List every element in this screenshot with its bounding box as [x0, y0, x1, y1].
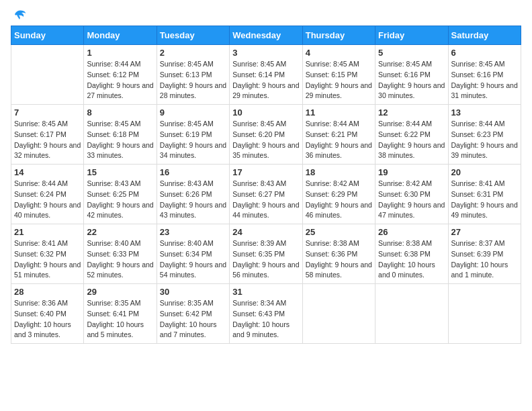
- calendar-table: SundayMondayTuesdayWednesdayThursdayFrid…: [11, 26, 521, 344]
- calendar-cell: 18 Sunrise: 8:42 AM Sunset: 6:29 PM Dayl…: [302, 165, 375, 224]
- day-number: 23: [160, 227, 226, 237]
- sunset-text: Sunset: 6:22 PM: [378, 130, 431, 138]
- day-number: 4: [306, 48, 372, 58]
- calendar-week-row: 21 Sunrise: 8:41 AM Sunset: 6:32 PM Dayl…: [11, 224, 521, 284]
- daylight-text: Daylight: 9 hours and 38 minutes.: [378, 141, 445, 160]
- daylight-text: Daylight: 9 hours and 56 minutes.: [232, 261, 299, 279]
- day-number: 22: [87, 227, 153, 237]
- calendar-cell: 1 Sunrise: 8:44 AM Sunset: 6:12 PM Dayli…: [84, 45, 157, 105]
- day-number: 14: [14, 167, 81, 177]
- sunset-text: Sunset: 6:42 PM: [160, 310, 212, 318]
- day-info: Sunrise: 8:38 AM Sunset: 6:36 PM Dayligh…: [306, 238, 372, 281]
- day-number: 29: [87, 287, 153, 297]
- daylight-text: Daylight: 9 hours and 40 minutes.: [14, 201, 81, 220]
- day-number: 13: [451, 107, 518, 118]
- calendar-cell: 8 Sunrise: 8:45 AM Sunset: 6:18 PM Dayli…: [84, 105, 157, 165]
- sunset-text: Sunset: 6:15 PM: [306, 71, 358, 79]
- sunset-text: Sunset: 6:18 PM: [87, 130, 139, 138]
- calendar-cell: 12 Sunrise: 8:44 AM Sunset: 6:22 PM Dayl…: [375, 105, 448, 165]
- calendar-cell: 11 Sunrise: 8:44 AM Sunset: 6:21 PM Dayl…: [302, 105, 375, 165]
- logo-bird-icon: [12, 8, 27, 20]
- day-info: Sunrise: 8:44 AM Sunset: 6:23 PM Dayligh…: [451, 119, 518, 161]
- daylight-text: Daylight: 10 hours and 9 minutes.: [232, 320, 290, 339]
- sunrise-text: Sunrise: 8:45 AM: [160, 60, 214, 68]
- calendar-cell: 13 Sunrise: 8:44 AM Sunset: 6:23 PM Dayl…: [448, 105, 521, 165]
- daylight-text: Daylight: 10 hours and 0 minutes.: [378, 261, 435, 279]
- sunrise-text: Sunrise: 8:43 AM: [232, 179, 286, 187]
- sunrise-text: Sunrise: 8:35 AM: [87, 299, 140, 307]
- day-info: Sunrise: 8:36 AM Sunset: 6:40 PM Dayligh…: [14, 298, 81, 340]
- daylight-text: Daylight: 9 hours and 47 minutes.: [378, 201, 445, 220]
- day-number: 2: [160, 48, 226, 58]
- logo: [11, 11, 27, 20]
- daylight-text: Daylight: 9 hours and 46 minutes.: [306, 201, 372, 220]
- daylight-text: Daylight: 9 hours and 28 minutes.: [160, 81, 226, 100]
- sunrise-text: Sunrise: 8:45 AM: [87, 120, 140, 128]
- day-info: Sunrise: 8:44 AM Sunset: 6:22 PM Dayligh…: [378, 119, 445, 161]
- sunset-text: Sunset: 6:31 PM: [451, 190, 504, 198]
- calendar-cell: 5 Sunrise: 8:45 AM Sunset: 6:16 PM Dayli…: [375, 45, 448, 105]
- daylight-text: Daylight: 9 hours and 35 minutes.: [232, 141, 299, 160]
- sunset-text: Sunset: 6:41 PM: [87, 310, 139, 318]
- day-info: Sunrise: 8:45 AM Sunset: 6:15 PM Dayligh…: [306, 59, 372, 101]
- day-info: Sunrise: 8:45 AM Sunset: 6:13 PM Dayligh…: [160, 59, 226, 101]
- sunset-text: Sunset: 6:20 PM: [232, 130, 285, 138]
- sunrise-text: Sunrise: 8:44 AM: [14, 179, 68, 187]
- calendar-cell: 21 Sunrise: 8:41 AM Sunset: 6:32 PM Dayl…: [11, 224, 84, 284]
- calendar-cell: 10 Sunrise: 8:45 AM Sunset: 6:20 PM Dayl…: [230, 105, 302, 165]
- day-number: 9: [160, 107, 226, 118]
- sunrise-text: Sunrise: 8:45 AM: [451, 60, 505, 68]
- daylight-text: Daylight: 10 hours and 7 minutes.: [160, 320, 217, 339]
- sunset-text: Sunset: 6:32 PM: [14, 250, 66, 258]
- sunset-text: Sunset: 6:43 PM: [232, 310, 285, 318]
- day-info: Sunrise: 8:35 AM Sunset: 6:41 PM Dayligh…: [87, 298, 153, 340]
- sunrise-text: Sunrise: 8:45 AM: [160, 120, 214, 128]
- daylight-text: Daylight: 9 hours and 27 minutes.: [87, 81, 153, 100]
- calendar-cell: 9 Sunrise: 8:45 AM Sunset: 6:19 PM Dayli…: [157, 105, 229, 165]
- sunset-text: Sunset: 6:38 PM: [378, 250, 431, 258]
- day-number: 8: [87, 107, 153, 118]
- day-number: 18: [306, 167, 372, 177]
- daylight-text: Daylight: 9 hours and 39 minutes.: [451, 141, 518, 160]
- day-info: Sunrise: 8:44 AM Sunset: 6:12 PM Dayligh…: [87, 59, 153, 101]
- day-info: Sunrise: 8:37 AM Sunset: 6:39 PM Dayligh…: [451, 238, 518, 281]
- daylight-text: Daylight: 10 hours and 5 minutes.: [87, 320, 144, 339]
- daylight-text: Daylight: 10 hours and 1 minute.: [451, 261, 508, 279]
- day-number: 15: [87, 167, 153, 177]
- sunrise-text: Sunrise: 8:44 AM: [87, 60, 140, 68]
- day-info: Sunrise: 8:45 AM Sunset: 6:16 PM Dayligh…: [451, 59, 518, 101]
- sunrise-text: Sunrise: 8:38 AM: [306, 239, 359, 247]
- day-info: Sunrise: 8:44 AM Sunset: 6:21 PM Dayligh…: [306, 119, 372, 161]
- calendar-cell: 2 Sunrise: 8:45 AM Sunset: 6:13 PM Dayli…: [157, 45, 229, 105]
- day-number: 21: [14, 227, 81, 237]
- day-number: 31: [232, 287, 299, 297]
- daylight-text: Daylight: 9 hours and 49 minutes.: [451, 201, 518, 220]
- day-number: 17: [232, 167, 299, 177]
- sunset-text: Sunset: 6:16 PM: [378, 71, 431, 79]
- sunset-text: Sunset: 6:13 PM: [160, 71, 212, 79]
- day-info: Sunrise: 8:41 AM Sunset: 6:31 PM Dayligh…: [451, 179, 518, 221]
- calendar-header: SundayMondayTuesdayWednesdayThursdayFrid…: [11, 26, 521, 45]
- day-info: Sunrise: 8:45 AM Sunset: 6:17 PM Dayligh…: [14, 119, 81, 161]
- weekday-header: Friday: [375, 26, 448, 45]
- sunset-text: Sunset: 6:39 PM: [451, 250, 504, 258]
- day-info: Sunrise: 8:45 AM Sunset: 6:20 PM Dayligh…: [232, 119, 299, 161]
- sunset-text: Sunset: 6:16 PM: [451, 71, 504, 79]
- sunset-text: Sunset: 6:25 PM: [87, 190, 139, 198]
- sunrise-text: Sunrise: 8:34 AM: [232, 299, 286, 307]
- day-number: 24: [232, 227, 299, 237]
- day-number: 19: [378, 167, 445, 177]
- day-info: Sunrise: 8:38 AM Sunset: 6:38 PM Dayligh…: [378, 238, 445, 281]
- day-info: Sunrise: 8:40 AM Sunset: 6:34 PM Dayligh…: [160, 238, 226, 281]
- daylight-text: Daylight: 9 hours and 36 minutes.: [306, 141, 372, 160]
- calendar-cell: [11, 45, 84, 105]
- calendar-week-row: 28 Sunrise: 8:36 AM Sunset: 6:40 PM Dayl…: [11, 284, 521, 344]
- sunrise-text: Sunrise: 8:44 AM: [451, 120, 505, 128]
- sunset-text: Sunset: 6:19 PM: [160, 130, 212, 138]
- day-number: 20: [451, 167, 518, 177]
- daylight-text: Daylight: 9 hours and 58 minutes.: [306, 261, 372, 279]
- sunset-text: Sunset: 6:33 PM: [87, 250, 139, 258]
- calendar-cell: 28 Sunrise: 8:36 AM Sunset: 6:40 PM Dayl…: [11, 284, 84, 344]
- sunrise-text: Sunrise: 8:42 AM: [306, 179, 359, 187]
- daylight-text: Daylight: 9 hours and 31 minutes.: [451, 81, 518, 100]
